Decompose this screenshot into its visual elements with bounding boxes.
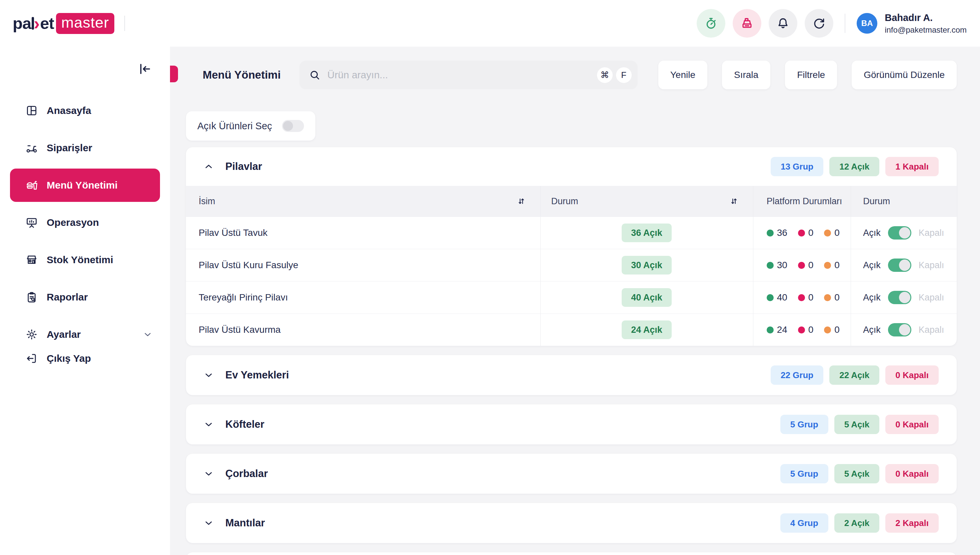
user-name: Bahadır A. (885, 12, 967, 23)
group-card-pilavlar: Pilavlar 13 Grup 12 Açık 1 Kapalı İsim D… (186, 147, 957, 346)
sidebar-item-operasyon[interactable]: Operasyon (10, 210, 160, 234)
platform-pending-dot (824, 326, 831, 334)
group-count-badge: 13 Grup (771, 157, 823, 176)
platform-open-count: 36 (777, 228, 787, 238)
user-email: info@paketmaster.com (885, 25, 967, 35)
toggle-off-label: Kapalı (919, 228, 944, 238)
group-header-ev-yemekleri[interactable]: Ev Yemekleri 22 Grup 22 Açık 0 Kapalı (186, 355, 957, 395)
brand-logo-text: pa›et (13, 14, 54, 33)
product-status-toggle[interactable] (888, 323, 911, 337)
sidebar-item-ayarlar[interactable]: Ayarlar (10, 322, 160, 346)
collapse-sidebar-icon (137, 61, 153, 77)
column-header-status: Durum (551, 196, 578, 207)
main-content: Menü Yönetimi ⌘ F Yenile Sırala Filtrele… (170, 47, 980, 555)
platform-pending-count: 0 (834, 260, 840, 271)
product-status-toggle[interactable] (888, 291, 911, 304)
open-count-badge: 5 Açık (834, 464, 880, 483)
platform-pending-dot (824, 262, 831, 269)
open-count-badge: 12 Açık (829, 157, 879, 176)
group-header-corbalar[interactable]: Çorbalar 5 Grup 5 Açık 0 Kapalı (186, 454, 957, 494)
group-header-mantilar[interactable]: Mantılar 4 Grup 2 Açık 2 Kapalı (186, 503, 957, 543)
shortcut-f-key: F (616, 67, 632, 83)
sort-button[interactable]: Sırala (722, 61, 770, 89)
chevron-up-icon (203, 161, 214, 172)
cash-register-button[interactable] (733, 9, 762, 38)
sidebar-item-raporlar[interactable]: Raporlar (10, 285, 160, 309)
platform-pending-count: 0 (834, 292, 840, 303)
sidebar-item-label: Operasyon (47, 217, 99, 228)
status-badge: 24 Açık (622, 321, 672, 339)
sidebar-item-anasayfa[interactable]: Anasayfa (10, 99, 160, 123)
column-header-platforms: Platform Durumları (767, 196, 842, 207)
open-count-badge: 5 Açık (834, 415, 880, 434)
chevron-down-icon (143, 329, 153, 340)
sidebar-item-label: Anasayfa (47, 105, 91, 116)
closed-count-badge: 1 Kapalı (885, 157, 939, 176)
chevron-down-icon (203, 468, 214, 479)
closed-count-badge: 2 Kapalı (885, 513, 939, 533)
platform-open-count: 40 (777, 292, 787, 303)
filter-button[interactable]: Filtrele (785, 61, 837, 89)
search-input[interactable] (327, 69, 594, 80)
stopwatch-icon (704, 16, 718, 30)
refresh-list-button[interactable]: Yenile (658, 61, 707, 89)
sidebar-item-label: Siparişler (47, 142, 92, 154)
chevron-down-icon (203, 518, 214, 528)
sidebar-item-cikis-yap[interactable]: Çıkış Yap (10, 346, 160, 371)
select-open-products-card: Açık Ürünleri Seç (186, 111, 315, 141)
sidebar-item-label: Çıkış Yap (47, 353, 91, 364)
sort-arrows-icon[interactable] (729, 196, 739, 206)
sort-arrows-icon[interactable] (516, 196, 526, 206)
platform-open-dot (767, 229, 774, 237)
platform-open-dot (767, 262, 774, 269)
group-card-partial (186, 552, 957, 555)
group-title: Köfteler (225, 419, 264, 430)
group-header-kofteler[interactable]: Köfteler 5 Grup 5 Açık 0 Kapalı (186, 404, 957, 444)
product-name: Tereyağlı Pirinç Pilavı (199, 292, 288, 303)
select-open-products-label: Açık Ürünleri Seç (197, 120, 272, 132)
platform-pending-count: 0 (834, 324, 840, 335)
scooter-icon (25, 141, 38, 154)
group-card-mantilar: Mantılar 4 Grup 2 Açık 2 Kapalı (186, 503, 957, 543)
group-header-pilavlar[interactable]: Pilavlar 13 Grup 12 Açık 1 Kapalı (186, 147, 957, 186)
select-open-products-toggle[interactable] (282, 120, 304, 132)
sidebar-collapse-button[interactable] (137, 61, 153, 77)
refresh-icon (812, 16, 826, 30)
product-name: Pilav Üstü Kuru Fasulye (199, 260, 298, 271)
sidebar-item-stok-yonetimi[interactable]: Stok Yönetimi (10, 248, 160, 272)
table-row: Pilav Üstü Tavuk 36 Açık 36 0 0 Açık Kap… (186, 217, 957, 249)
group-count-badge: 4 Grup (780, 513, 828, 533)
column-header-toggle: Durum (863, 196, 890, 207)
avatar[interactable]: BA (857, 13, 877, 34)
platform-closed-count: 0 (808, 324, 814, 335)
brand-logo-k: › (32, 17, 39, 30)
notifications-button[interactable] (769, 9, 797, 38)
closed-count-badge: 0 Kapalı (885, 415, 939, 434)
gear-icon (25, 328, 38, 341)
chevron-down-icon (203, 370, 214, 380)
product-status-toggle[interactable] (888, 258, 911, 272)
open-count-badge: 22 Açık (829, 366, 879, 385)
storefront-icon (25, 253, 38, 266)
shortcut-cmd-key: ⌘ (597, 67, 613, 83)
group-card-kofteler: Köfteler 5 Grup 5 Açık 0 Kapalı (186, 404, 957, 444)
logout-icon (25, 352, 38, 365)
edit-view-button[interactable]: Görünümü Düzenle (851, 61, 957, 89)
group-count-badge: 5 Grup (780, 464, 828, 483)
fastfood-icon (25, 179, 38, 192)
search-bar[interactable]: ⌘ F (299, 61, 638, 89)
platform-open-dot (767, 326, 774, 334)
platform-pending-dot (824, 229, 831, 237)
user-menu[interactable]: Bahadır A. info@paketmaster.com (885, 12, 967, 35)
platform-pending-count: 0 (834, 228, 840, 238)
group-title: Çorbalar (225, 468, 268, 480)
platform-closed-dot (798, 294, 805, 301)
column-header-name: İsim (199, 196, 215, 207)
sidebar-item-menu-yonetimi[interactable]: Menü Yönetimi (10, 168, 160, 202)
refresh-button[interactable] (805, 9, 833, 38)
timer-button[interactable] (697, 9, 725, 38)
product-name: Pilav Üstü Tavuk (199, 228, 267, 238)
group-title: Mantılar (225, 517, 265, 529)
product-status-toggle[interactable] (888, 226, 911, 239)
sidebar-item-siparisler[interactable]: Siparişler (10, 136, 160, 160)
